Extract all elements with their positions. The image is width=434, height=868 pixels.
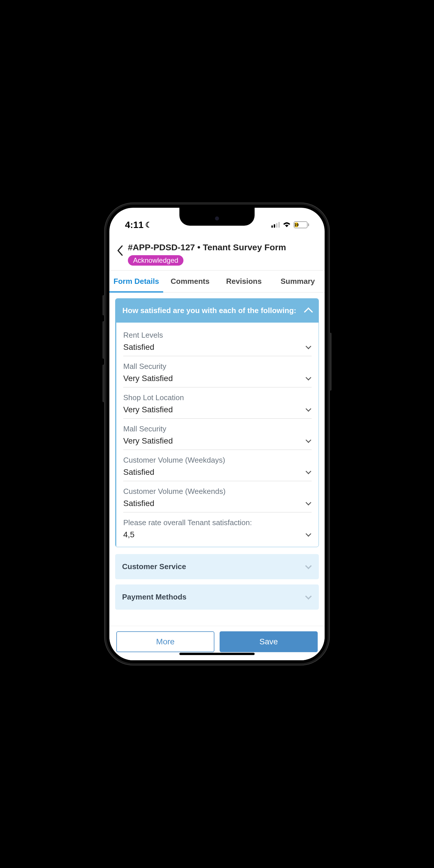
field-select[interactable]: Very Satisfied	[123, 436, 312, 445]
chevron-down-icon	[306, 375, 311, 380]
field-value: Satisfied	[123, 499, 154, 508]
field-select[interactable]: Satisfied	[123, 499, 312, 508]
save-button[interactable]: Save	[220, 631, 318, 652]
field-select[interactable]: Very Satisfied	[123, 374, 312, 383]
section-title: Payment Methods	[122, 593, 187, 601]
clock: 4:11	[125, 220, 144, 230]
field-label: Customer Volume (Weekdays)	[123, 456, 312, 465]
screen: 4:11 ☾ 19 #APP-PDSD-1	[110, 208, 324, 660]
field-label: Please rate overall Tenant satisfaction:	[123, 518, 312, 527]
wifi-icon	[283, 220, 291, 229]
satisfaction-panel-title: How satisfied are you with each of the f…	[122, 306, 296, 315]
field-label: Mall Security	[123, 425, 312, 433]
phone-frame: 4:11 ☾ 19 #APP-PDSD-1	[104, 203, 330, 665]
battery-percent: 19	[294, 222, 299, 227]
footer: More Save	[110, 626, 324, 660]
field-value: Satisfied	[123, 343, 154, 352]
cellular-signal-icon	[271, 222, 280, 228]
chevron-down-icon	[305, 593, 312, 599]
field-select[interactable]: Very Satisfied	[123, 405, 312, 414]
field-shop-lot-location: Shop Lot Location Very Satisfied	[123, 388, 312, 418]
field-value: Very Satisfied	[123, 405, 173, 414]
field-label: Mall Security	[123, 362, 312, 371]
tab-comments[interactable]: Comments	[163, 271, 217, 292]
status-badge: Acknowledged	[128, 255, 183, 266]
header-text: #APP-PDSD-127 • Tenant Survey Form Ackno…	[128, 243, 318, 266]
section-customer-service[interactable]: Customer Service	[115, 554, 319, 579]
satisfaction-panel-header[interactable]: How satisfied are you with each of the f…	[116, 299, 318, 322]
more-button[interactable]: More	[116, 631, 214, 652]
chevron-down-icon	[306, 343, 311, 349]
chevron-down-icon	[306, 500, 311, 505]
tab-form-details[interactable]: Form Details	[110, 271, 163, 292]
field-select[interactable]: 4,5	[123, 530, 312, 539]
content-area[interactable]: How satisfied are you with each of the f…	[110, 292, 324, 626]
field-mall-security-2: Mall Security Very Satisfied	[123, 418, 312, 450]
field-customer-volume-weekends: Customer Volume (Weekends) Satisfied	[123, 481, 312, 513]
status-right: 19	[271, 220, 309, 229]
dnd-moon-icon: ☾	[145, 220, 152, 229]
chevron-up-icon	[304, 307, 313, 316]
chevron-down-icon	[305, 562, 312, 569]
chevron-down-icon	[306, 468, 311, 474]
page-header: #APP-PDSD-127 • Tenant Survey Form Ackno…	[110, 237, 324, 270]
tab-summary[interactable]: Summary	[271, 271, 324, 292]
field-value: Satisfied	[123, 468, 154, 477]
field-label: Rent Levels	[123, 331, 312, 340]
field-label: Customer Volume (Weekends)	[123, 487, 312, 496]
tab-revisions[interactable]: Revisions	[217, 271, 271, 292]
tabs: Form Details Comments Revisions Summary	[110, 270, 324, 292]
field-label: Shop Lot Location	[123, 393, 312, 402]
battery-icon: 19	[294, 221, 309, 228]
status-left: 4:11 ☾	[125, 220, 152, 230]
field-mall-security: Mall Security Very Satisfied	[123, 356, 312, 388]
chevron-down-icon	[306, 437, 311, 443]
power-button	[329, 333, 332, 391]
section-title: Customer Service	[122, 562, 186, 571]
chevron-down-icon	[306, 531, 311, 537]
notch	[179, 208, 255, 226]
field-overall-satisfaction: Please rate overall Tenant satisfaction:…	[123, 513, 312, 544]
volume-up	[102, 321, 105, 359]
chevron-down-icon	[306, 406, 311, 412]
volume-down	[102, 365, 105, 402]
satisfaction-panel: How satisfied are you with each of the f…	[115, 298, 319, 547]
field-select[interactable]: Satisfied	[123, 343, 312, 352]
field-customer-volume-weekdays: Customer Volume (Weekdays) Satisfied	[123, 450, 312, 481]
back-button[interactable]	[116, 243, 123, 259]
field-value: Very Satisfied	[123, 374, 173, 383]
field-value: 4,5	[123, 530, 134, 539]
volume-switch	[102, 295, 105, 315]
satisfaction-panel-body: Rent Levels Satisfied Mall Security Very…	[116, 322, 318, 547]
page-title: #APP-PDSD-127 • Tenant Survey Form	[128, 243, 318, 252]
field-value: Very Satisfied	[123, 436, 173, 445]
field-rent-levels: Rent Levels Satisfied	[123, 325, 312, 356]
battery-level: 19	[295, 222, 298, 227]
home-indicator[interactable]	[179, 653, 255, 655]
field-select[interactable]: Satisfied	[123, 468, 312, 477]
section-payment-methods[interactable]: Payment Methods	[115, 585, 319, 610]
